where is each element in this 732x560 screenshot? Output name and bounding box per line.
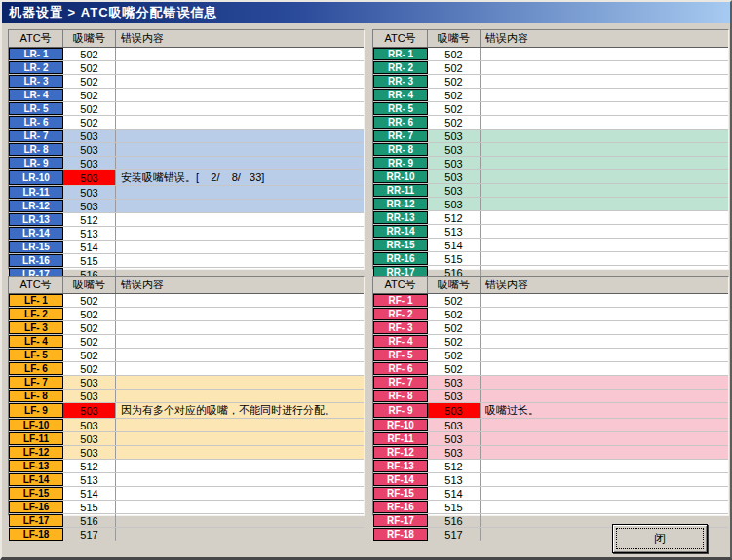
nozzle-cell: 503 xyxy=(428,170,481,183)
atc-cell[interactable]: LR- 4 xyxy=(9,89,63,101)
atc-cell[interactable]: LF- 5 xyxy=(9,349,63,361)
atc-cell[interactable]: RF-15 xyxy=(373,487,428,500)
atc-cell[interactable]: RF-14 xyxy=(373,473,428,486)
atc-cell[interactable]: RF- 5 xyxy=(373,349,428,361)
atc-cell[interactable]: RR- 2 xyxy=(373,61,428,74)
atc-cell[interactable]: RF-18 xyxy=(373,528,428,541)
atc-cell[interactable]: LR- 3 xyxy=(9,75,63,88)
atc-cell[interactable]: RF-17 xyxy=(373,514,428,527)
nozzle-cell: 503 xyxy=(63,157,116,169)
atc-cell[interactable]: LR-15 xyxy=(9,241,63,253)
column-header-error: 错误内容 xyxy=(116,277,364,293)
atc-cell[interactable]: RR-13 xyxy=(373,211,428,224)
error-cell xyxy=(481,390,728,402)
atc-cell[interactable]: LF- 8 xyxy=(9,390,63,402)
error-cell xyxy=(481,116,728,129)
column-header-nozzle: 吸嘴号 xyxy=(428,30,481,47)
atc-cell[interactable]: LF-10 xyxy=(9,419,63,431)
table-row: RF-12503 xyxy=(373,446,728,460)
atc-cell[interactable]: RR-11 xyxy=(373,184,428,197)
atc-cell[interactable]: LR- 2 xyxy=(9,61,63,74)
atc-cell[interactable]: RR- 7 xyxy=(373,130,428,142)
error-cell xyxy=(116,213,364,226)
atc-cell[interactable]: RR- 3 xyxy=(373,75,428,88)
atc-cell[interactable]: LF- 4 xyxy=(9,335,63,348)
nozzle-cell: 514 xyxy=(428,487,481,500)
atc-cell[interactable]: RR-14 xyxy=(373,225,428,238)
atc-cell[interactable]: RR-15 xyxy=(373,239,428,251)
atc-cell[interactable]: LF- 9 xyxy=(9,403,63,418)
atc-cell[interactable]: LR- 8 xyxy=(9,143,63,156)
nozzle-cell: 502 xyxy=(428,116,481,129)
error-cell: 吸嘴过长。 xyxy=(481,403,728,418)
atc-cell[interactable]: RR- 5 xyxy=(373,102,428,115)
atc-cell[interactable]: LF- 1 xyxy=(9,294,63,307)
error-cell xyxy=(481,473,728,486)
atc-cell[interactable]: LR-11 xyxy=(9,186,63,199)
atc-cell[interactable]: LR- 1 xyxy=(9,48,63,60)
atc-cell[interactable]: RF- 4 xyxy=(373,335,428,348)
atc-cell[interactable]: RR-16 xyxy=(373,252,428,265)
atc-cell[interactable]: RF-10 xyxy=(373,419,428,431)
close-button[interactable]: 闭 xyxy=(612,524,708,553)
atc-cell[interactable]: RR- 8 xyxy=(373,143,428,156)
error-cell xyxy=(116,143,364,156)
atc-cell[interactable]: RR-12 xyxy=(373,198,428,210)
table-row: LF- 1502 xyxy=(9,294,364,308)
atc-cell[interactable]: LR- 6 xyxy=(9,116,63,129)
atc-cell[interactable]: LR-13 xyxy=(9,213,63,226)
atc-cell[interactable]: LR-14 xyxy=(9,227,63,240)
atc-cell[interactable]: RR- 6 xyxy=(373,116,428,129)
atc-cell[interactable]: LF-11 xyxy=(9,432,63,445)
atc-cell[interactable]: LF-18 xyxy=(9,528,63,541)
atc-cell[interactable]: LF-13 xyxy=(9,460,63,472)
atc-cell[interactable]: RF- 3 xyxy=(373,321,428,334)
atc-cell[interactable]: LF- 6 xyxy=(9,362,63,375)
nozzle-cell: 502 xyxy=(428,308,481,320)
table-header: ATC号 吸嘴号 错误内容 xyxy=(373,30,728,48)
atc-cell[interactable]: RR-10 xyxy=(373,170,428,183)
atc-cell[interactable]: LF-12 xyxy=(9,446,63,459)
nozzle-cell: 514 xyxy=(428,239,481,251)
atc-cell[interactable]: LF-14 xyxy=(9,473,63,486)
nozzle-cell: 502 xyxy=(428,61,481,74)
atc-cell[interactable]: RF- 2 xyxy=(373,308,428,320)
atc-cell[interactable]: LR- 5 xyxy=(9,102,63,115)
atc-cell[interactable]: LR-16 xyxy=(9,254,63,267)
atc-cell[interactable]: LR- 9 xyxy=(9,157,63,169)
error-cell xyxy=(481,130,728,142)
atc-cell[interactable]: LR- 7 xyxy=(9,130,63,142)
atc-cell[interactable]: RR- 9 xyxy=(373,157,428,169)
atc-cell[interactable]: LF- 3 xyxy=(9,321,63,334)
atc-cell[interactable]: LF-17 xyxy=(9,514,63,527)
atc-cell[interactable]: RF- 6 xyxy=(373,362,428,375)
table-row: LR-11503 xyxy=(9,186,364,200)
atc-cell[interactable]: RF- 9 xyxy=(373,403,428,418)
atc-cell[interactable]: LF- 7 xyxy=(9,376,63,389)
atc-cell[interactable]: LR-10 xyxy=(9,170,63,185)
atc-cell[interactable]: RR- 1 xyxy=(373,48,428,60)
atc-cell[interactable]: RF- 7 xyxy=(373,376,428,389)
nozzle-cell: 512 xyxy=(63,213,116,226)
nozzle-cell: 502 xyxy=(63,89,116,101)
atc-cell[interactable]: RF- 1 xyxy=(373,294,428,307)
table-row: LR-13512 xyxy=(9,213,364,227)
atc-cell[interactable]: RF-16 xyxy=(373,501,428,513)
atc-cell[interactable]: RF-12 xyxy=(373,446,428,459)
atc-cell[interactable]: LF-15 xyxy=(9,487,63,500)
table-row: RR-16515 xyxy=(373,252,728,266)
error-cell xyxy=(116,528,364,541)
atc-cell[interactable]: LR-12 xyxy=(9,200,63,212)
atc-cell[interactable]: RF-13 xyxy=(373,460,428,472)
nozzle-cell: 502 xyxy=(63,116,116,129)
nozzle-cell: 503 xyxy=(63,390,116,402)
table-row: RF- 3502 xyxy=(373,321,728,335)
atc-cell[interactable]: RR- 4 xyxy=(373,89,428,101)
error-cell xyxy=(116,473,364,486)
atc-cell[interactable]: RF-11 xyxy=(373,432,428,445)
atc-cell[interactable]: LF-16 xyxy=(9,501,63,513)
page-title: 机器设置 > ATC吸嘴分配错误信息 xyxy=(9,5,218,19)
table-row: LR- 5502 xyxy=(9,102,364,116)
atc-cell[interactable]: RF- 8 xyxy=(373,390,428,402)
atc-cell[interactable]: LF- 2 xyxy=(9,308,63,320)
